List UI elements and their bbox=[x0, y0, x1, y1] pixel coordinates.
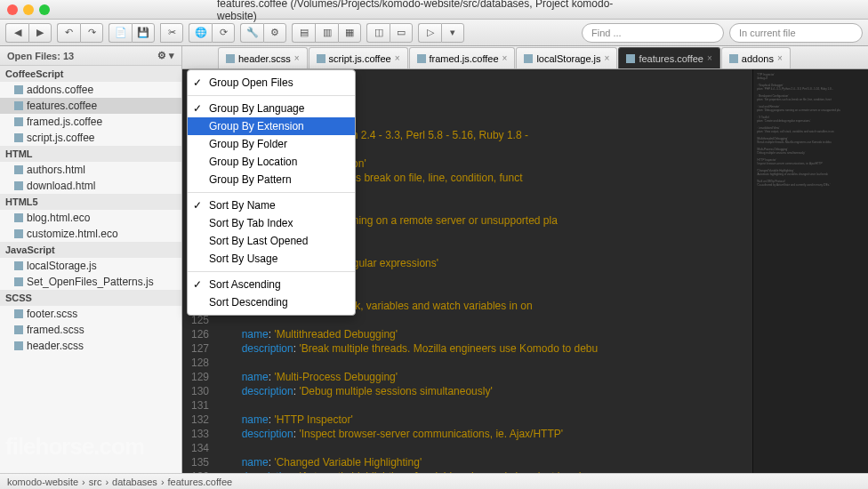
close-icon[interactable]: × bbox=[294, 53, 300, 63]
panel-right-button[interactable]: ▦ bbox=[338, 23, 361, 43]
file-item[interactable]: authors.html bbox=[0, 162, 181, 178]
minimap[interactable]: 'TTP Inspector' 'debug-3' : 'Graphical D… bbox=[752, 69, 868, 473]
tools-button[interactable]: 🔧 bbox=[240, 23, 263, 43]
file-item[interactable]: footer.scss bbox=[0, 306, 181, 322]
chevron-right-icon: › bbox=[82, 477, 85, 487]
group-header: CoffeeScript bbox=[0, 66, 181, 82]
chevron-right-icon: › bbox=[161, 477, 165, 487]
file-icon bbox=[14, 229, 23, 238]
menu-item[interactable]: Group By Location bbox=[188, 153, 355, 171]
file-item[interactable]: customize.html.eco bbox=[0, 226, 181, 242]
undo-button[interactable]: ↶ bbox=[57, 23, 80, 43]
menu-item[interactable]: ✓Group By Language bbox=[188, 100, 355, 117]
redo-button[interactable]: ↷ bbox=[80, 23, 103, 43]
file-icon bbox=[729, 54, 738, 63]
file-icon bbox=[14, 341, 23, 350]
menu-item[interactable]: ✓Group Open Files bbox=[188, 74, 355, 92]
main-toolbar: ◀▶ ↶↷ 📄💾 ✂ 🌐⟳ 🔧⚙ ▤▥▦ ◫▭ ▷▾ Find ... In c… bbox=[0, 20, 868, 46]
more-button[interactable]: ▾ bbox=[441, 23, 464, 43]
file-icon bbox=[14, 117, 23, 126]
maximize-icon[interactable] bbox=[39, 4, 50, 15]
minimize-icon[interactable] bbox=[23, 4, 34, 15]
open-files-sidebar: Open Files: 13 ⚙ ▾ CoffeeScriptaddons.co… bbox=[0, 46, 182, 473]
panel-bottom-button[interactable]: ▥ bbox=[315, 23, 338, 43]
editor-tab[interactable]: header.scss× bbox=[218, 47, 308, 68]
file-item[interactable]: Set_OpenFiles_Patterns.js bbox=[0, 274, 181, 290]
file-icon bbox=[524, 54, 533, 63]
file-icon bbox=[626, 54, 635, 63]
file-icon bbox=[14, 309, 23, 318]
file-icon bbox=[14, 325, 23, 334]
record-button[interactable]: ⚙ bbox=[263, 23, 286, 43]
save-button[interactable]: 💾 bbox=[132, 23, 155, 43]
panel-left-button[interactable]: ▤ bbox=[292, 23, 315, 43]
check-icon: ✓ bbox=[193, 76, 202, 89]
cut-button[interactable]: ✂ bbox=[160, 23, 183, 43]
editor-tab[interactable]: framed.js.coffee× bbox=[409, 47, 516, 68]
file-item[interactable]: framed.js.coffee bbox=[0, 114, 181, 130]
breadcrumb-item[interactable]: features.coffee bbox=[168, 477, 233, 487]
back-button[interactable]: ◀ bbox=[5, 23, 28, 43]
close-icon[interactable] bbox=[7, 4, 18, 15]
file-item[interactable]: download.html bbox=[0, 178, 181, 194]
breadcrumb-item[interactable]: src bbox=[89, 477, 102, 487]
group-header: HTML bbox=[0, 146, 181, 162]
editor-tab[interactable]: localStorage.js× bbox=[516, 47, 617, 68]
close-icon[interactable]: × bbox=[707, 53, 712, 63]
menu-item[interactable]: ✓Sort By Name bbox=[188, 196, 355, 214]
breadcrumb-item[interactable]: komodo-website bbox=[7, 477, 78, 487]
file-item[interactable]: features.coffee bbox=[0, 98, 181, 114]
check-icon: ✓ bbox=[193, 199, 202, 212]
titlebar: features.coffee (/Volumes/Projects/komod… bbox=[0, 0, 868, 20]
globe-button[interactable]: 🌐 bbox=[189, 23, 212, 43]
file-item[interactable]: localStorage.js bbox=[0, 258, 181, 274]
file-icon bbox=[14, 165, 23, 174]
close-icon[interactable]: × bbox=[502, 53, 508, 63]
file-icon bbox=[14, 277, 23, 286]
window-title: features.coffee (/Volumes/Projects/komod… bbox=[217, 0, 651, 22]
menu-item[interactable]: Group By Pattern bbox=[188, 171, 355, 188]
file-icon bbox=[417, 54, 426, 63]
group-header: JavaScript bbox=[0, 242, 181, 258]
editor-tab[interactable]: addons× bbox=[721, 47, 791, 68]
open-files-header: Open Files: 13 bbox=[7, 51, 74, 61]
menu-item[interactable]: Sort By Tab Index bbox=[188, 214, 355, 232]
file-item[interactable]: script.js.coffee bbox=[0, 130, 181, 146]
menu-item[interactable]: Sort By Usage bbox=[188, 250, 355, 268]
group-sort-menu: ✓Group Open Files✓Group By LanguageGroup… bbox=[187, 69, 356, 316]
forward-button[interactable]: ▶ bbox=[28, 23, 52, 43]
traffic-lights bbox=[7, 4, 50, 15]
file-item[interactable]: addons.coffee bbox=[0, 82, 181, 98]
find-scope-input[interactable]: In current file bbox=[729, 23, 863, 43]
new-file-button[interactable]: 📄 bbox=[108, 23, 132, 43]
gear-icon[interactable]: ⚙ ▾ bbox=[157, 50, 174, 61]
chevron-right-icon: › bbox=[105, 477, 108, 487]
group-header: SCSS bbox=[0, 290, 181, 306]
editor-tab[interactable]: script.js.coffee× bbox=[309, 47, 408, 68]
file-item[interactable]: blog.html.eco bbox=[0, 210, 181, 226]
file-icon bbox=[14, 133, 23, 142]
menu-item[interactable]: Sort By Last Opened bbox=[188, 232, 355, 250]
menu-item[interactable]: ✓Sort Ascending bbox=[188, 276, 355, 293]
file-icon bbox=[14, 181, 23, 190]
close-icon[interactable]: × bbox=[395, 53, 400, 63]
editor-tab[interactable]: features.coffee× bbox=[618, 47, 719, 68]
menu-item[interactable]: Group By Folder bbox=[188, 135, 355, 153]
close-icon[interactable]: × bbox=[777, 53, 783, 63]
file-item[interactable]: header.scss bbox=[0, 338, 181, 354]
group-header: HTML5 bbox=[0, 194, 181, 210]
sync-button[interactable]: ⟳ bbox=[212, 23, 235, 43]
layout-button[interactable]: ▭ bbox=[390, 23, 413, 43]
file-item[interactable]: framed.scss bbox=[0, 322, 181, 338]
find-input[interactable]: Find ... bbox=[582, 23, 724, 43]
split-button[interactable]: ◫ bbox=[366, 23, 390, 43]
breadcrumb: komodo-website›src›databases›features.co… bbox=[0, 473, 868, 489]
menu-item[interactable]: Sort Descending bbox=[188, 293, 355, 311]
file-icon bbox=[14, 261, 23, 270]
close-icon[interactable]: × bbox=[605, 53, 610, 63]
file-icon bbox=[317, 54, 326, 63]
file-icon bbox=[226, 54, 235, 63]
play-button[interactable]: ▷ bbox=[418, 23, 441, 43]
breadcrumb-item[interactable]: databases bbox=[112, 477, 157, 487]
menu-item[interactable]: Group By Extension bbox=[188, 117, 355, 135]
